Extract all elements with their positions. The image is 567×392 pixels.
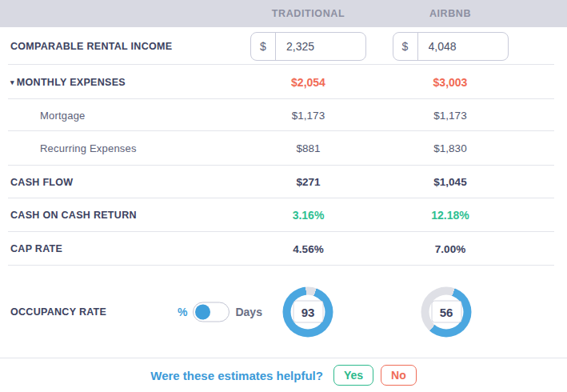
airbnb-occupancy-value: 56 — [431, 301, 461, 323]
occupancy-unit-toggle-group: % Days — [178, 302, 262, 322]
recurring-row-label: Recurring Expenses — [0, 142, 248, 154]
percent-days-toggle[interactable] — [193, 302, 230, 322]
row-mortgage: Mortgage $1,173 $1,173 — [0, 99, 567, 131]
traditional-occupancy-donut: 93 — [283, 286, 333, 337]
feedback-question: Were these estimates helpful? — [150, 369, 323, 382]
traditional-coc-value: 3.16% — [248, 209, 369, 222]
row-comparable-rental-income: COMPARABLE RENTAL INCOME $ $ — [0, 27, 567, 65]
traditional-recurring-value: $881 — [248, 142, 369, 154]
airbnb-cap-rate-value: 7.00% — [389, 243, 511, 255]
yes-button[interactable]: Yes — [333, 365, 373, 386]
airbnb-income-input-group: $ — [393, 32, 509, 61]
airbnb-income-input[interactable] — [418, 33, 508, 60]
mortgage-row-label: Mortgage — [0, 110, 248, 122]
monthly-expenses-toggle[interactable]: ▾MONTHLY EXPENSES — [0, 77, 248, 88]
row-recurring-expenses: Recurring Expenses $881 $1,830 — [0, 131, 567, 166]
column-header-airbnb: AIRBNB — [389, 8, 511, 19]
no-button[interactable]: No — [381, 365, 417, 386]
airbnb-recurring-value: $1,830 — [389, 142, 511, 154]
row-cap-rate: CAP RATE 4.56% 7.00% — [0, 232, 567, 266]
airbnb-coc-value: 12.18% — [389, 209, 511, 222]
rental-comparison-panel: TRADITIONAL AIRBNB COMPARABLE RENTAL INC… — [0, 0, 567, 392]
occupancy-row-label: OCCUPANCY RATE — [10, 306, 106, 318]
toggle-knob — [195, 304, 210, 319]
airbnb-expenses-value: $3,003 — [389, 76, 511, 89]
airbnb-occupancy-donut: 56 — [421, 286, 472, 337]
cap-rate-row-label: CAP RATE — [0, 243, 248, 254]
traditional-mortgage-value: $1,173 — [248, 110, 369, 122]
coc-row-label: CASH ON CASH RETURN — [0, 210, 248, 221]
traditional-income-input[interactable] — [276, 33, 365, 60]
cash-flow-row-label: CASH FLOW — [0, 177, 248, 188]
traditional-occupancy-value: 93 — [293, 301, 323, 323]
dollar-prefix: $ — [393, 33, 418, 60]
collapse-arrow-icon: ▾ — [10, 78, 14, 86]
row-cash-flow: CASH FLOW $271 $1,045 — [0, 166, 567, 198]
expenses-row-label: MONTHLY EXPENSES — [17, 77, 126, 88]
traditional-expenses-value: $2,054 — [248, 76, 369, 89]
airbnb-cash-flow-value: $1,045 — [389, 176, 511, 188]
traditional-cap-rate-value: 4.56% — [248, 243, 369, 255]
percent-option-label[interactable]: % — [178, 306, 187, 318]
income-row-label: COMPARABLE RENTAL INCOME — [0, 41, 248, 52]
column-header-traditional: TRADITIONAL — [248, 8, 369, 19]
row-monthly-expenses: ▾MONTHLY EXPENSES $2,054 $3,003 — [0, 65, 567, 99]
column-header-row: TRADITIONAL AIRBNB — [0, 0, 567, 27]
row-occupancy-rate: OCCUPANCY RATE % Days 93 56 — [0, 266, 567, 358]
traditional-income-input-group: $ — [250, 32, 366, 61]
airbnb-mortgage-value: $1,173 — [389, 110, 511, 122]
days-option-label[interactable]: Days — [235, 306, 262, 318]
row-cash-on-cash-return: CASH ON CASH RETURN 3.16% 12.18% — [0, 198, 567, 232]
dollar-prefix: $ — [251, 33, 276, 60]
feedback-footer: Were these estimates helpful? Yes No — [0, 358, 567, 392]
traditional-cash-flow-value: $271 — [248, 176, 369, 188]
